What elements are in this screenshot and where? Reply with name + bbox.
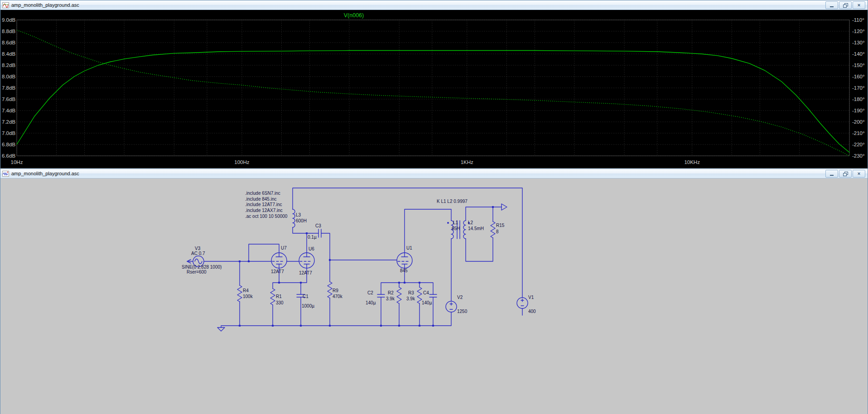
- y-right-tick-label: -150°: [852, 63, 865, 68]
- close-button[interactable]: ×: [853, 170, 865, 178]
- spice-directive[interactable]: .ac oct 100 10 50000: [245, 214, 288, 219]
- restore-button[interactable]: [839, 170, 852, 178]
- junction-dot: [278, 282, 280, 284]
- waveform-plot-canvas[interactable]: 9.0dB-110°8.8dB-120°8.6dB-130°8.4dB-140°…: [0, 10, 868, 168]
- label-C2-value[interactable]: 140µ: [366, 300, 376, 305]
- junction-dot: [239, 260, 241, 262]
- label-C4-ref[interactable]: C4: [423, 290, 429, 295]
- y-right-tick-label: -110°: [852, 17, 864, 23]
- y-right-tick-label: -210°: [852, 130, 865, 136]
- label-R4-value[interactable]: 100k: [243, 294, 253, 299]
- label-V1-ref[interactable]: V1: [528, 295, 534, 300]
- label-L2-ref[interactable]: L2: [468, 220, 473, 225]
- label-C3-value[interactable]: 0.1µ: [308, 235, 317, 240]
- label-R3-ref[interactable]: R3: [408, 290, 414, 295]
- trace-magnitude: [17, 51, 849, 153]
- label-R1-ref[interactable]: R1: [276, 294, 282, 299]
- spice-directive[interactable]: .include 6SN7.inc: [245, 191, 280, 196]
- junction-dot: [329, 259, 331, 261]
- schematic-window-titlebar[interactable]: amp_monolith_playground.asc ×: [0, 169, 868, 178]
- label-R15-value[interactable]: 8: [496, 229, 499, 234]
- source-polarity-marks: [450, 299, 524, 309]
- y-right-tick-label: -220°: [852, 142, 865, 147]
- spice-directive[interactable]: .include 12AT7.inc: [245, 202, 282, 207]
- label-L1-ref[interactable]: L1: [453, 220, 458, 225]
- x-tick-label: 100Hz: [234, 159, 249, 165]
- waveform-window-titlebar[interactable]: amp_monolith_playground.asc ×: [0, 0, 868, 10]
- junction-dot: [380, 325, 382, 327]
- y-left-tick-label: 8.0dB: [2, 74, 15, 79]
- label-V3-value[interactable]: AC 0.7: [191, 251, 205, 256]
- label-R3-value[interactable]: 3.9k: [406, 296, 415, 301]
- close-button[interactable]: ×: [853, 1, 865, 9]
- y-left-tick-label: 8.4dB: [2, 51, 15, 57]
- y-right-tick-label: -140°: [852, 51, 865, 57]
- resistor-symbols[interactable]: [237, 221, 495, 305]
- label-L1-value[interactable]: 65H: [452, 226, 460, 231]
- y-left-tick-label: 7.4dB: [2, 108, 15, 113]
- waveform-viewer-window: amp_monolith_playground.asc × 9.0dB-110°…: [0, 0, 868, 168]
- label-L3-value[interactable]: 600H: [296, 218, 307, 223]
- junction-dot: [398, 282, 400, 284]
- label-V3-rser[interactable]: Rser=600: [187, 270, 207, 274]
- label-R2-value[interactable]: 3.9k: [386, 296, 395, 301]
- y-left-tick-label: 8.2dB: [2, 63, 15, 68]
- label-V2-value[interactable]: 1250: [457, 309, 468, 314]
- label-U1-value[interactable]: 845: [400, 268, 408, 273]
- junction-dot: [300, 325, 302, 327]
- y-right-tick-label: -130°: [852, 40, 865, 45]
- label-C3-ref[interactable]: C3: [315, 223, 321, 228]
- label-U7-value[interactable]: 12AT7: [271, 269, 284, 274]
- label-U7-ref[interactable]: U7: [281, 246, 287, 250]
- label-V2-ref[interactable]: V2: [457, 295, 463, 300]
- label-U6-ref[interactable]: U6: [309, 246, 314, 251]
- minimize-button[interactable]: [825, 1, 838, 9]
- label-R15-ref[interactable]: R15: [496, 223, 505, 228]
- restore-icon: [843, 3, 848, 7]
- label-L2-value[interactable]: 14.5mH: [468, 226, 484, 231]
- label-C1-value[interactable]: 1000µ: [302, 303, 314, 308]
- window-controls: ×: [825, 1, 866, 9]
- spice-directive[interactable]: .include 845.inc: [245, 197, 277, 202]
- plot-border: [17, 20, 849, 156]
- label-C1-ref[interactable]: C1: [303, 294, 309, 299]
- spice-directive[interactable]: .include 12AX7.inc: [245, 208, 283, 213]
- wire-net[interactable]: [187, 188, 522, 327]
- junction-dot: [300, 282, 302, 284]
- label-R2-ref[interactable]: R2: [388, 290, 394, 295]
- capacitor-symbols[interactable]: [297, 229, 437, 297]
- schematic-canvas[interactable]: .include 6SN7.inc .include 845.inc .incl…: [0, 178, 868, 414]
- label-U6-value[interactable]: 12AT7: [299, 270, 312, 275]
- label-V1-value[interactable]: 400: [528, 309, 536, 314]
- y-left-tick-label: 6.8dB: [2, 142, 15, 147]
- transformer-phase-dot: [447, 222, 449, 224]
- close-icon: ×: [858, 3, 860, 8]
- close-icon: ×: [858, 171, 860, 176]
- label-R1-value[interactable]: 330: [276, 300, 284, 305]
- label-C2-ref[interactable]: C2: [367, 290, 373, 295]
- y-right-tick-label: -160°: [852, 74, 865, 79]
- schematic-wires[interactable]: [187, 188, 522, 327]
- label-V3-ref[interactable]: V3: [195, 246, 201, 251]
- label-R9-value[interactable]: 470k: [333, 294, 343, 299]
- restore-button[interactable]: [839, 1, 852, 9]
- minimize-button[interactable]: [825, 170, 838, 178]
- component-symbols[interactable]: [187, 204, 528, 331]
- label-C4-value[interactable]: 140µ: [422, 300, 432, 305]
- tube-internals: [272, 253, 408, 268]
- label-V3-sine[interactable]: SINE(0 2.828 1000): [182, 265, 222, 270]
- y-right-tick-label: -190°: [852, 108, 865, 113]
- y-left-tick-label: 7.6dB: [2, 96, 15, 102]
- coupling-directive[interactable]: K L1 L2 0.9997: [437, 199, 468, 204]
- y-left-tick-label: 7.8dB: [2, 85, 15, 91]
- plot-trace-title: V(n006): [344, 12, 364, 19]
- minimize-icon: [830, 6, 834, 7]
- junction-dot: [248, 260, 250, 262]
- label-R4-ref[interactable]: R4: [243, 288, 249, 293]
- label-R9-ref[interactable]: R9: [333, 288, 338, 293]
- label-U1-ref[interactable]: U1: [406, 246, 412, 250]
- window-title: amp_monolith_playground.asc: [11, 2, 79, 8]
- label-L3-ref[interactable]: L3: [296, 212, 301, 217]
- junction-dot: [419, 325, 420, 327]
- restore-icon: [843, 172, 848, 176]
